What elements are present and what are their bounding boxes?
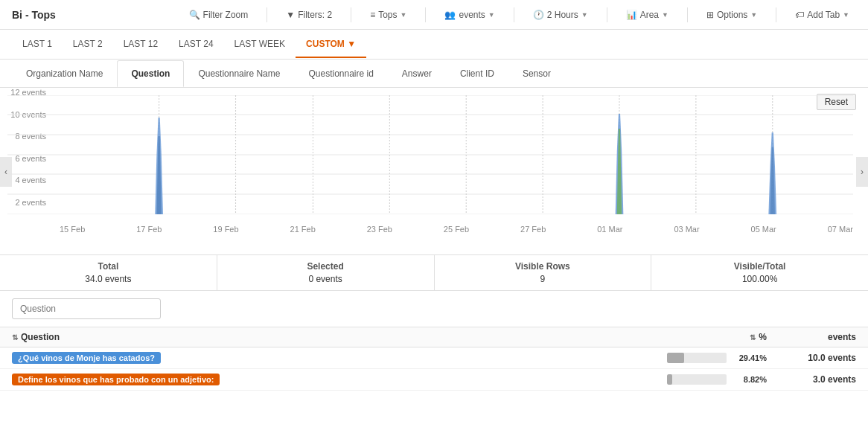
table-header: ⇅ Question ⇅ % events bbox=[0, 327, 868, 347]
events-cell-0: 10.0 events bbox=[767, 353, 856, 363]
tab-sensor[interactable]: Sensor bbox=[508, 60, 565, 86]
tab-client-id[interactable]: Client ID bbox=[446, 60, 508, 86]
chevron-down-icon: ▼ bbox=[347, 39, 356, 49]
grid-icon: ⊞ bbox=[706, 10, 714, 20]
tab-question[interactable]: Question bbox=[117, 60, 184, 87]
tab-last1[interactable]: LAST 1 bbox=[12, 31, 63, 58]
bar-bg-1 bbox=[667, 374, 727, 385]
chevron-down-icon: ▼ bbox=[662, 11, 668, 19]
chevron-down-icon: ▼ bbox=[488, 11, 495, 19]
tab-org-name[interactable]: Organization Name bbox=[12, 60, 117, 86]
tops-button[interactable]: ≡ Tops ▼ bbox=[363, 6, 413, 24]
tab-last12[interactable]: LAST 12 bbox=[113, 31, 168, 58]
tag-icon: 🏷 bbox=[795, 10, 804, 20]
divider bbox=[351, 7, 351, 22]
x-axis: 15 Feb 17 Feb 19 Feb 21 Feb 23 Feb 25 Fe… bbox=[60, 222, 853, 234]
search-area bbox=[0, 291, 868, 327]
events-cell-1: 3.0 events bbox=[767, 374, 856, 385]
divider bbox=[514, 7, 514, 22]
tab-last2[interactable]: LAST 2 bbox=[63, 31, 113, 58]
add-tab-button[interactable]: 🏷 Add Tab ▼ bbox=[788, 6, 856, 24]
divider bbox=[776, 7, 776, 22]
chart-type-button[interactable]: 📊 Area ▼ bbox=[619, 6, 675, 24]
divider bbox=[607, 7, 607, 22]
table-row: Define los vinos que has probado con un … bbox=[0, 369, 868, 391]
stat-visible-total: Visible/Total 100.00% bbox=[651, 255, 868, 290]
events-button[interactable]: 👥 events ▼ bbox=[438, 6, 501, 24]
stat-selected: Selected 0 events bbox=[217, 255, 435, 290]
chevron-down-icon: ▼ bbox=[843, 11, 849, 19]
clock-icon: 🕐 bbox=[533, 10, 544, 20]
table-row: ¿Qué vinos de Monje has catados? 29.41% … bbox=[0, 347, 868, 369]
filter-icon: ▼ bbox=[286, 10, 295, 20]
app-title: Bi - Tops bbox=[12, 9, 56, 21]
options-button[interactable]: ⊞ Options ▼ bbox=[700, 6, 764, 24]
divider bbox=[267, 7, 267, 22]
divider bbox=[425, 7, 426, 22]
tab-last24[interactable]: LAST 24 bbox=[168, 31, 223, 58]
stats-row: Total 34.0 events Selected 0 events Visi… bbox=[0, 255, 868, 291]
chart-svg bbox=[7, 95, 853, 214]
filter-zoom-button[interactable]: 🔍 Filter Zoom bbox=[182, 6, 255, 24]
question-label-0[interactable]: ¿Qué vinos de Monje has catados? bbox=[12, 352, 161, 364]
chevron-down-icon: ▼ bbox=[401, 11, 407, 19]
question-label-1[interactable]: Define los vinos que has probado con un … bbox=[12, 374, 220, 385]
tab-questionnaire-name[interactable]: Questionnaire Name bbox=[184, 60, 294, 86]
chart-area: Reset 12 events 10 events 8 events 6 eve… bbox=[0, 88, 868, 255]
bar-fill-0 bbox=[667, 353, 684, 363]
chart-icon: 📊 bbox=[626, 10, 637, 20]
search-input[interactable] bbox=[12, 298, 161, 319]
pct-text-1: 8.82% bbox=[730, 375, 767, 384]
bar-bg-0 bbox=[667, 353, 727, 363]
stat-visible-rows: Visible Rows 9 bbox=[435, 255, 652, 290]
tab-custom[interactable]: CUSTOM ▼ bbox=[296, 31, 366, 58]
tab-questionnaire-id[interactable]: Questionnaire id bbox=[294, 60, 387, 86]
filters-button[interactable]: ▼ Filters: 2 bbox=[279, 6, 339, 24]
tab-last-week[interactable]: LAST WEEK bbox=[224, 31, 296, 58]
divider bbox=[687, 7, 688, 22]
tab-answer[interactable]: Answer bbox=[388, 60, 446, 86]
chevron-down-icon: ▼ bbox=[581, 11, 588, 19]
stat-total: Total 34.0 events bbox=[0, 255, 217, 290]
events-icon: 👥 bbox=[444, 10, 456, 20]
pct-text-0: 29.41% bbox=[730, 353, 767, 362]
sort-icon-pct: ⇅ bbox=[750, 333, 756, 342]
chevron-down-icon: ▼ bbox=[750, 11, 757, 19]
sort-icon: ⇅ bbox=[12, 333, 18, 342]
search-icon: 🔍 bbox=[189, 10, 200, 20]
tops-icon: ≡ bbox=[370, 10, 375, 20]
bar-fill-1 bbox=[667, 374, 672, 385]
time-range-button[interactable]: 🕐 2 Hours ▼ bbox=[526, 6, 595, 24]
